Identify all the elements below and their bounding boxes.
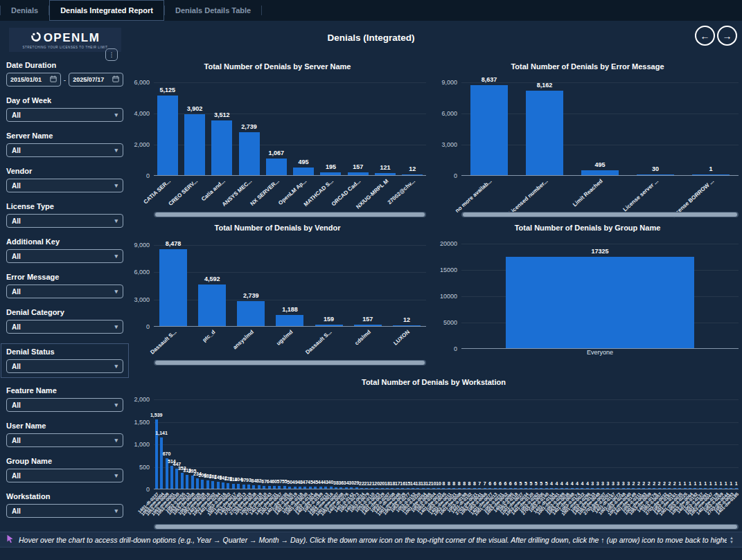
tab-denials[interactable]: Denials: [1, 0, 48, 21]
bar[interactable]: [360, 488, 363, 489]
bar[interactable]: [320, 172, 341, 175]
bar[interactable]: [330, 487, 333, 489]
bar[interactable]: [704, 488, 707, 489]
chart-scrollbar-thumb[interactable]: [155, 213, 425, 217]
bar[interactable]: [375, 173, 396, 175]
date-from-input[interactable]: 2015/01/01: [6, 73, 61, 87]
bar[interactable]: [684, 488, 687, 489]
bar[interactable]: [642, 488, 645, 489]
bar[interactable]: [730, 488, 732, 489]
bar[interactable]: [653, 488, 655, 489]
bar[interactable]: [237, 301, 265, 326]
bar[interactable]: [268, 486, 271, 489]
bar[interactable]: [488, 488, 491, 489]
bar[interactable]: [227, 483, 229, 489]
bar[interactable]: [448, 488, 450, 489]
bar[interactable]: [237, 484, 240, 489]
bar[interactable]: [159, 249, 187, 326]
bar[interactable]: [401, 488, 404, 489]
workstation-dropdown[interactable]: All▾: [6, 504, 123, 518]
chart-scrollbar[interactable]: [154, 360, 426, 365]
bar[interactable]: [699, 488, 702, 489]
group-name-dropdown[interactable]: All▾: [6, 469, 123, 482]
bar[interactable]: [376, 488, 378, 489]
bar[interactable]: [458, 488, 461, 489]
bar[interactable]: [565, 488, 568, 489]
chart-scrollbar-thumb[interactable]: [155, 361, 425, 365]
server-name-dropdown[interactable]: All▾: [6, 143, 123, 157]
bar[interactable]: [206, 480, 209, 489]
bar[interactable]: [591, 488, 594, 489]
bar[interactable]: [540, 488, 542, 489]
bar[interactable]: [509, 488, 512, 489]
bar[interactable]: [637, 174, 674, 175]
bar[interactable]: [504, 488, 506, 489]
bar[interactable]: [184, 114, 205, 175]
bar[interactable]: [293, 168, 314, 175]
bar[interactable]: [381, 488, 384, 489]
bar[interactable]: [432, 488, 435, 489]
bar[interactable]: [468, 488, 470, 489]
bar[interactable]: [155, 419, 158, 489]
bar[interactable]: [484, 488, 486, 489]
chart-scrollbar-thumb[interactable]: [463, 213, 737, 217]
bar[interactable]: [175, 469, 178, 489]
bar[interactable]: [545, 488, 548, 489]
bar[interactable]: [473, 488, 476, 489]
bar[interactable]: [627, 488, 630, 489]
bar[interactable]: [689, 488, 691, 489]
bar[interactable]: [694, 488, 696, 489]
bar[interactable]: [427, 488, 430, 489]
bar[interactable]: [355, 487, 358, 489]
denial-category-dropdown[interactable]: All▾: [6, 320, 123, 334]
feature-name-dropdown[interactable]: All▾: [6, 398, 123, 412]
bar[interactable]: [407, 488, 409, 489]
bar[interactable]: [663, 488, 666, 489]
bar[interactable]: [365, 488, 368, 489]
bar[interactable]: [463, 488, 466, 489]
bar[interactable]: [391, 488, 394, 489]
bar[interactable]: [309, 487, 312, 489]
bar[interactable]: [535, 488, 538, 489]
bar[interactable]: [252, 485, 255, 489]
bar[interactable]: [555, 488, 558, 489]
bar[interactable]: [303, 487, 306, 489]
bar[interactable]: [258, 485, 260, 489]
bar[interactable]: [314, 487, 317, 489]
bar[interactable]: [288, 487, 291, 489]
bar[interactable]: [266, 159, 287, 175]
bar[interactable]: [294, 487, 297, 489]
bar[interactable]: [350, 487, 353, 489]
bar[interactable]: [648, 488, 651, 489]
tab-denials-integrated-report[interactable]: Denials Integrated Report: [49, 0, 164, 21]
bar[interactable]: [526, 91, 563, 175]
bar[interactable]: [581, 488, 583, 489]
nav-back-button[interactable]: ←: [695, 26, 715, 46]
date-to-input[interactable]: 2025/07/17: [69, 73, 123, 87]
bar[interactable]: [276, 315, 303, 326]
denial-status-dropdown[interactable]: All▾: [6, 359, 123, 373]
user-name-dropdown[interactable]: All▾: [6, 433, 123, 447]
bar[interactable]: [345, 487, 348, 489]
vendor-dropdown[interactable]: All▾: [6, 179, 123, 192]
bar[interactable]: [396, 488, 399, 489]
bar[interactable]: [217, 482, 220, 489]
chart-scrollbar[interactable]: [154, 212, 426, 217]
bar[interactable]: [170, 466, 173, 489]
bar[interactable]: [348, 172, 369, 175]
bar[interactable]: [524, 488, 527, 489]
chart-scrollbar[interactable]: [154, 524, 739, 530]
bar[interactable]: [719, 488, 722, 489]
bar[interactable]: [263, 486, 265, 489]
bar[interactable]: [242, 485, 245, 489]
bar[interactable]: [529, 488, 532, 489]
bar[interactable]: [196, 478, 199, 489]
bar[interactable]: [315, 325, 343, 326]
bar[interactable]: [273, 486, 276, 489]
bar[interactable]: [673, 488, 676, 489]
license-type-dropdown[interactable]: All▾: [6, 214, 123, 228]
bar[interactable]: [586, 488, 589, 489]
bar[interactable]: [412, 488, 414, 489]
bar[interactable]: [278, 486, 281, 489]
bar[interactable]: [514, 488, 517, 489]
